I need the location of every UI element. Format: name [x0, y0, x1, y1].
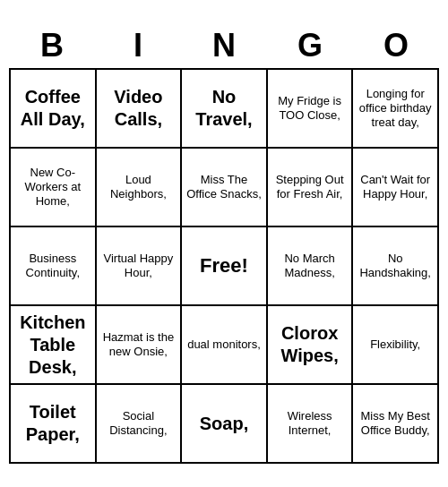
bingo-cell: Miss The Office Snacks, [182, 149, 268, 227]
bingo-cell: Video Calls, [97, 70, 183, 149]
bingo-cell: Clorox Wipes, [268, 306, 354, 385]
bingo-letter: G [271, 27, 349, 64]
bingo-cell: Longing for office birthday treat day, [353, 70, 439, 149]
bingo-cell: No March Madness, [268, 227, 354, 306]
bingo-cell: No Travel, [182, 70, 268, 149]
bingo-cell: dual monitors, [182, 306, 268, 385]
bingo-letter: I [99, 27, 177, 64]
bingo-cell: Social Distancing, [97, 385, 183, 464]
bingo-cell: Hazmat is the new Onsie, [97, 306, 183, 385]
bingo-cell: Stepping Out for Fresh Air, [268, 149, 354, 227]
bingo-cell: Free! [182, 227, 268, 306]
bingo-cell: Virtual Happy Hour, [97, 227, 183, 306]
bingo-cell: Business Continuity, [11, 227, 97, 306]
bingo-letter: O [357, 27, 435, 64]
bingo-title: BINGO [9, 23, 439, 68]
bingo-cell: Toilet Paper, [11, 385, 97, 464]
bingo-letter: B [13, 27, 91, 64]
bingo-card: BINGO Coffee All Day,Video Calls,No Trav… [9, 23, 439, 464]
bingo-cell: Miss My Best Office Buddy, [353, 385, 439, 464]
bingo-cell: Coffee All Day, [11, 70, 97, 149]
bingo-cell: Can't Wait for Happy Hour, [353, 149, 439, 227]
bingo-cell: Kitchen Table Desk, [11, 306, 97, 385]
bingo-cell: Wireless Internet, [268, 385, 354, 464]
bingo-cell: Loud Neighbors, [97, 149, 183, 227]
bingo-cell: My Fridge is TOO Close, [268, 70, 354, 149]
bingo-grid: Coffee All Day,Video Calls,No Travel,My … [9, 68, 439, 464]
bingo-cell: Flexibility, [353, 306, 439, 385]
bingo-cell: New Co-Workers at Home, [11, 149, 97, 227]
bingo-cell: No Handshaking, [353, 227, 439, 306]
bingo-cell: Soap, [182, 385, 268, 464]
bingo-letter: N [185, 27, 263, 64]
